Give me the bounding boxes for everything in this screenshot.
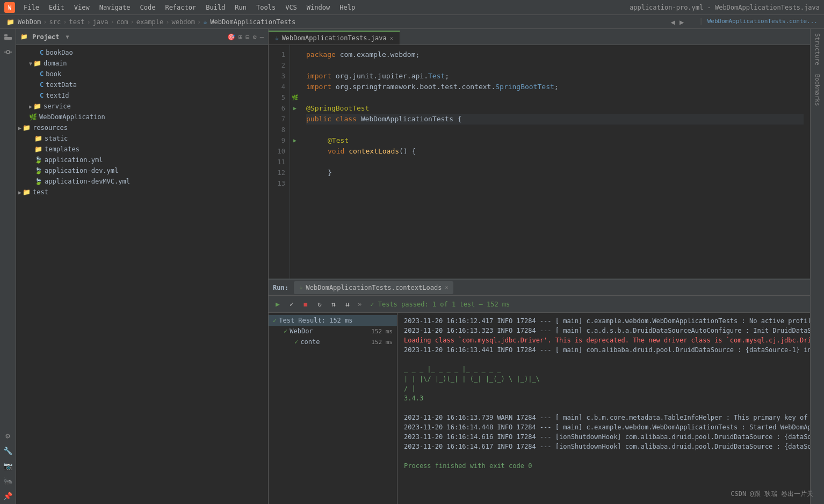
log-line: 2023-11-20 16:16:13.441 INFO 17284 --- [… <box>404 345 804 355</box>
line-numbers: 1 2 3 4 5 6 7 8 9 10 11 12 13 <box>269 45 290 279</box>
log-line <box>404 403 804 413</box>
test-result-item[interactable]: ✓ Test Result: 152 ms <box>269 315 397 326</box>
pin-bottom-icon[interactable]: 📌 <box>2 490 14 502</box>
code-line-2 <box>306 60 804 71</box>
menu-code[interactable]: Code <box>136 3 160 12</box>
collapse-icon[interactable]: ⊟ <box>245 33 249 41</box>
tree-label-templates: templates <box>45 145 79 153</box>
test-tree: ✓ Test Result: 152 ms ✓ WebDor 152 ms ✓ … <box>269 313 397 504</box>
commit-icon[interactable] <box>2 46 14 58</box>
rerun-btn[interactable]: ↻ <box>314 298 326 310</box>
code-editor: 1 2 3 4 5 6 7 8 9 10 11 12 13 🌿 ▶ ▶ <box>269 45 810 279</box>
tab-close-btn[interactable]: × <box>390 35 393 41</box>
editor-tabs: ☕ WebDomApplicationTests.java × <box>269 29 810 45</box>
menu-tools[interactable]: Tools <box>252 3 280 12</box>
code-content[interactable]: package com.example.webdom; import org.j… <box>300 45 810 279</box>
arrow-domain: ▼ <box>29 61 32 67</box>
locate-icon[interactable]: 🎯 <box>227 33 235 41</box>
test-webdom-item[interactable]: ✓ WebDor 152 ms <box>269 326 397 337</box>
arrow-service: ▶ <box>29 104 32 109</box>
tree-label-book: book <box>46 70 61 78</box>
code-line-12: } <box>306 167 804 178</box>
filter-btn[interactable]: ⇊ <box>342 298 353 310</box>
tree-domain[interactable]: ▼ 📁 domain <box>16 58 268 69</box>
nav-forward[interactable]: ▶ <box>680 18 684 26</box>
menu-navigate[interactable]: Navigate <box>95 3 135 12</box>
close-panel-icon[interactable]: — <box>260 33 264 41</box>
tree-webdomapp[interactable]: 🌿 WebDomApplication <box>16 112 268 122</box>
tree-app-dev-yml[interactable]: 🍃 application-dev.yml <box>16 165 268 176</box>
breadcrumb-webdom2[interactable]: webdom <box>172 18 195 26</box>
tree-static[interactable]: 📁 static <box>16 133 268 144</box>
nav-back[interactable]: ◀ <box>671 18 675 26</box>
tree-book[interactable]: C book <box>16 69 268 79</box>
app-logo: W <box>4 2 15 13</box>
menu-help[interactable]: Help <box>335 3 359 12</box>
run-tab[interactable]: ☕ WebDomApplicationTests.contextLoads × <box>294 281 454 294</box>
menu-window[interactable]: Window <box>302 3 334 12</box>
gutter-test-run[interactable]: ▶ <box>290 135 300 146</box>
bookmarks-label[interactable]: Bookmarks <box>813 70 822 111</box>
side-icons: ⚙ 🔧 📷 🐜 📌 <box>0 29 16 504</box>
breadcrumb-test[interactable]: test <box>69 18 85 26</box>
spring-icon-webdomapp: 🌿 <box>29 113 37 121</box>
tree-label-app-yml: application.yml <box>45 156 103 164</box>
gear-icon[interactable]: ⚙ <box>253 33 257 41</box>
tree-app-yml[interactable]: 🍃 application.yml <box>16 155 268 165</box>
breadcrumb-class[interactable]: WebDomApplicationTests <box>210 18 295 26</box>
log-line: 2023-11-20 16:16:13.739 WARN 17284 --- [… <box>404 413 804 422</box>
menu-run[interactable]: Run <box>230 3 251 12</box>
tree-templates[interactable]: 📁 templates <box>16 144 268 155</box>
editor-tab-main[interactable]: ☕ WebDomApplicationTests.java × <box>269 31 400 45</box>
menu-edit[interactable]: Edit <box>45 3 69 12</box>
gutter-run[interactable]: ▶ <box>290 103 300 114</box>
tree-service[interactable]: ▶ 📁 service <box>16 101 268 112</box>
tree-textdata[interactable]: C textData <box>16 79 268 90</box>
breadcrumb-webdom[interactable]: WebDom <box>18 18 41 26</box>
stop-btn[interactable]: ◼ <box>300 298 312 310</box>
test-context-item[interactable]: ✓ conte 152 ms <box>269 337 397 347</box>
sort-btn[interactable]: ⇅ <box>328 298 339 310</box>
tree-resources[interactable]: ▶ 📁 resources <box>16 122 268 133</box>
svg-rect-2 <box>4 34 8 36</box>
settings-icon[interactable]: ⚙ <box>2 430 14 442</box>
folder-icon-static: 📁 <box>34 135 42 142</box>
run-debug-icon[interactable]: 🔧 <box>2 445 14 457</box>
expand-icon[interactable]: ⊞ <box>238 33 242 41</box>
test-result-label: ✓ Tests passed: 1 of 1 test – 152 ms <box>370 301 510 308</box>
menu-file[interactable]: File <box>19 3 44 12</box>
structure-label[interactable]: Structure <box>813 29 822 70</box>
tree-textid[interactable]: C textId <box>16 90 268 101</box>
project-panel-toggle[interactable] <box>2 31 14 43</box>
menu-refactor[interactable]: Refactor <box>161 3 200 12</box>
tree-bookdao[interactable]: C bookDao <box>16 47 268 58</box>
camera-icon[interactable]: 📷 <box>2 460 14 472</box>
bottom-content: ✓ Test Result: 152 ms ✓ WebDor 152 ms ✓ … <box>269 313 810 504</box>
run-btn[interactable]: ▶ <box>272 298 284 310</box>
ant-icon[interactable]: 🐜 <box>2 475 14 487</box>
test-check-icon: ✓ <box>273 317 277 324</box>
breadcrumb-com[interactable]: com <box>117 18 128 26</box>
log-line: _ _ _ |_ _ _ _ |_ _ _ _ _ <box>404 364 804 374</box>
project-panel: 📁 Project ▼ 🎯 ⊞ ⊟ ⚙ — C bookDao ▼ 📁 <box>16 29 269 504</box>
breadcrumb-java[interactable]: java <box>93 18 109 26</box>
yml-icon-dev: 🍃 <box>34 167 42 174</box>
class-icon-book: C <box>40 70 44 78</box>
test-context-label: conte <box>300 338 320 346</box>
menu-view[interactable]: View <box>70 3 94 12</box>
folder-icon-resources: 📁 <box>23 124 31 132</box>
breadcrumb-src[interactable]: src <box>49 18 61 26</box>
code-line-3: import org.junit.jupiter.api.Test; <box>306 71 804 82</box>
menu-build[interactable]: Build <box>201 3 229 12</box>
run-tab-close[interactable]: × <box>445 284 448 290</box>
menu-vcs[interactable]: VCS <box>281 3 301 12</box>
log-output[interactable]: 2023-11-20 16:16:12.417 INFO 17284 --- [… <box>397 313 810 504</box>
tree-app-devmvc-yml[interactable]: 🍃 application-devMVC.yml <box>16 176 268 187</box>
breadcrumb-example[interactable]: example <box>136 18 164 26</box>
test-check-webdom: ✓ <box>284 327 287 335</box>
tree-test[interactable]: ▶ 📁 test <box>16 187 268 198</box>
file-path-display: WebDomApplicationTests.conte... <box>707 18 818 26</box>
check-btn[interactable]: ✓ <box>286 298 298 310</box>
svg-point-4 <box>6 50 10 54</box>
folder-icon-test: 📁 <box>23 188 31 196</box>
